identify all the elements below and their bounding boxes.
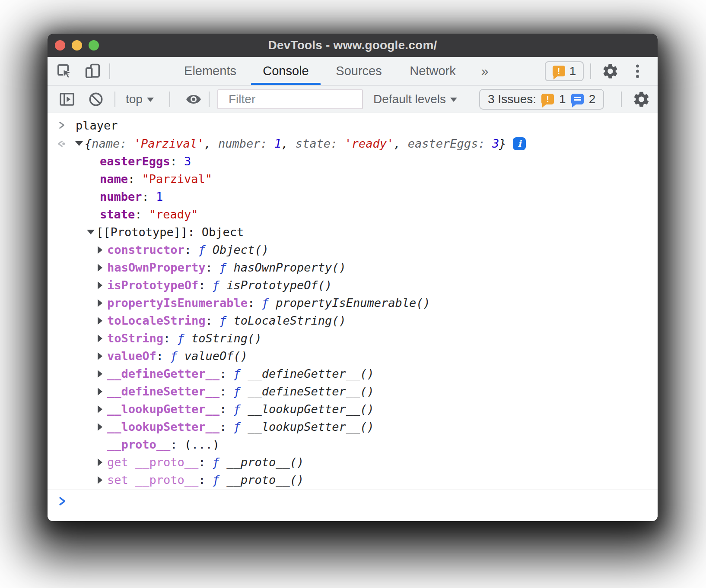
console-settings-gear-icon[interactable]	[632, 90, 651, 108]
context-selector-label: top	[126, 92, 143, 106]
issue-error-count: 1	[559, 92, 566, 106]
console-tree-row: number: 1	[48, 188, 658, 205]
console-text-segment: ƒ	[234, 367, 248, 380]
expander-icon[interactable]	[98, 388, 107, 395]
more-tabs-button[interactable]: »	[470, 57, 500, 85]
expander-icon[interactable]	[98, 317, 107, 325]
console-text-segment: :	[219, 367, 234, 380]
console-text-segment: :	[206, 314, 220, 327]
console-text-segment: __defineSetter__()	[248, 385, 374, 398]
console-text-segment: ,	[394, 137, 408, 150]
live-expression-eye-icon[interactable]	[185, 91, 202, 108]
separator	[621, 92, 622, 107]
console-tree-row: __defineSetter__: ƒ __defineSetter__()	[48, 383, 658, 400]
log-levels-selector[interactable]: Default levels	[373, 92, 457, 106]
console-text-segment: ƒ	[219, 261, 234, 274]
window-title: DevTools - www.google.com/	[268, 38, 437, 52]
expander-icon[interactable]	[98, 352, 107, 360]
inspect-element-icon[interactable]	[56, 63, 73, 79]
console-text-segment: :	[188, 225, 202, 239]
console-text-segment: ƒ	[213, 455, 227, 469]
expander-icon[interactable]	[98, 476, 107, 484]
screenshot-stage: DevTools - www.google.com/ Elements	[0, 0, 706, 588]
console-text-segment: __proto__()	[226, 473, 304, 487]
chevron-double-icon: »	[481, 64, 489, 79]
expander-icon[interactable]	[98, 246, 107, 254]
console-prompt[interactable]	[48, 490, 658, 512]
console-text-segment: :	[163, 332, 178, 345]
console-text-segment: __lookupSetter__()	[248, 420, 374, 433]
console-tree-row: __lookupSetter__: ƒ __lookupSetter__()	[48, 418, 658, 436]
console-tree-row: [[Prototype]]: Object	[48, 223, 658, 241]
settings-gear-icon[interactable]	[601, 62, 619, 80]
close-button[interactable]	[55, 40, 65, 51]
console-text-segment: :	[219, 420, 234, 433]
expander-icon[interactable]	[98, 299, 107, 307]
expander-icon[interactable]	[87, 230, 96, 234]
console-text-segment: isPrototypeOf	[107, 278, 198, 292]
console-text-segment: state:	[296, 137, 345, 150]
console-text-segment: ƒ	[170, 349, 184, 363]
expander-icon[interactable]	[98, 335, 107, 342]
device-toolbar-icon[interactable]	[85, 63, 101, 79]
console-text-segment: ƒ	[234, 420, 248, 433]
tab-elements[interactable]: Elements	[171, 57, 250, 85]
expander-icon[interactable]	[98, 370, 107, 378]
console-tree-row: toString: ƒ toString()	[48, 329, 658, 347]
filter-input[interactable]	[217, 89, 363, 109]
console-text-segment: easterEggs	[100, 155, 170, 168]
console-tree-row: hasOwnProperty: ƒ hasOwnProperty()	[48, 259, 658, 276]
expander-icon[interactable]	[98, 423, 107, 431]
console-text-segment: :	[184, 243, 199, 256]
devtools-window: DevTools - www.google.com/ Elements	[48, 34, 658, 521]
console-text-segment: propertyIsEnumerable	[107, 296, 248, 310]
expander-icon[interactable]	[98, 405, 107, 413]
tab-console[interactable]: Console	[250, 57, 322, 85]
tab-sources[interactable]: Sources	[322, 57, 396, 85]
console-tree-row: __proto__: (...)	[48, 436, 658, 453]
console-text-segment: ,	[281, 137, 296, 150]
context-selector[interactable]: top	[126, 92, 154, 106]
active-tab-underline	[251, 83, 321, 85]
console-text-segment: ƒ	[178, 332, 192, 345]
console-text-segment: constructor	[107, 243, 184, 256]
command-chevron-icon	[57, 120, 67, 130]
console-text-segment: :	[170, 438, 184, 451]
console-tree-row: easterEggs: 3	[48, 152, 658, 170]
minimize-button[interactable]	[72, 40, 82, 51]
console-text-segment: :	[170, 155, 184, 168]
console-text-segment: :	[128, 172, 142, 186]
clear-console-icon[interactable]	[88, 91, 104, 107]
panel-tab-bar: Elements Console Sources Network »	[48, 57, 658, 85]
console-errors-button[interactable]: 1	[545, 61, 584, 81]
tab-network[interactable]: Network	[396, 57, 470, 85]
expander-icon[interactable]	[98, 458, 107, 466]
console-text-segment: hasOwnProperty	[107, 261, 206, 274]
console-text-segment: ,	[204, 137, 218, 150]
console-tree-row: toLocaleString: ƒ toLocaleString()	[48, 312, 658, 329]
console-text-segment: Object()	[213, 243, 269, 256]
console-text-segment: valueOf	[107, 349, 156, 363]
console-text-segment: set __proto__	[107, 473, 198, 487]
object-preview[interactable]: {name: 'Parzival', number: 1, state: 're…	[85, 137, 506, 150]
console-text-segment: :	[198, 278, 213, 292]
expander-icon[interactable]	[98, 281, 107, 289]
expander-icon[interactable]	[75, 141, 85, 146]
issues-counter-button[interactable]: 3 Issues: 1 2	[479, 89, 604, 110]
log-levels-label: Default levels	[373, 92, 446, 106]
separator	[169, 92, 170, 107]
console-text-segment: __proto__()	[226, 455, 304, 469]
console-text-segment: :	[198, 473, 213, 487]
separator	[590, 63, 591, 79]
console-sidebar-toggle-icon[interactable]	[58, 91, 76, 108]
console-toolbar: top Default levels 3 Issues: 1	[48, 85, 658, 113]
expander-icon[interactable]	[98, 264, 107, 272]
tab-label: Network	[410, 64, 455, 78]
console-text-segment: :	[219, 402, 234, 416]
zoom-button[interactable]	[89, 40, 99, 51]
info-icon[interactable]	[513, 137, 526, 150]
console-tree-row: isPrototypeOf: ƒ isPrototypeOf()	[48, 276, 658, 294]
console-text-segment: 'ready'	[345, 137, 394, 150]
console-text-segment: ƒ	[213, 278, 227, 292]
kebab-menu-icon[interactable]	[636, 64, 639, 78]
